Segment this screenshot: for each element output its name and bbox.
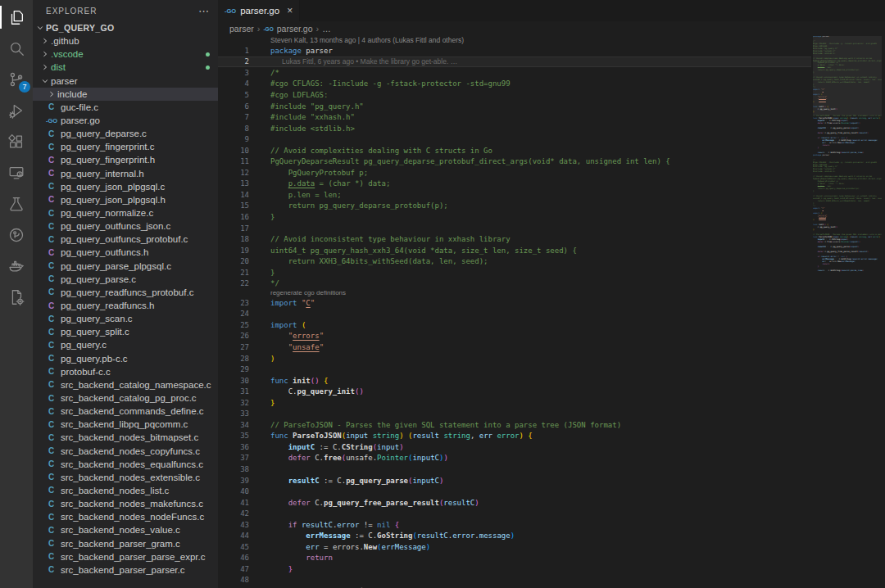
tree-item-src-backend-nodes-list-c[interactable]: Csrc_backend_nodes_list.c (33, 484, 218, 497)
tree-item-pg-query-normalize-c[interactable]: Cpg_query_normalize.c (33, 206, 218, 219)
breadcrumb-folder[interactable]: parser (229, 24, 254, 34)
tree-item-src-backend-parser-gram-c[interactable]: Csrc_backend_parser_gram.c (33, 536, 218, 550)
code-line-39[interactable]: 39 resultC := C.pg_query_parse(inputC) (218, 475, 811, 486)
tree-item-pg-query-parse-c[interactable]: Cpg_query_parse.c (33, 273, 218, 286)
code-line-1[interactable]: 1package parser (218, 45, 811, 57)
code-line-15[interactable]: 15 return pg_query_deparse_protobuf(p); (218, 201, 811, 212)
close-icon[interactable]: × (287, 5, 293, 16)
extensions-icon[interactable] (0, 126, 33, 157)
code-line-46[interactable]: 46 return (218, 553, 811, 564)
search-icon[interactable] (0, 33, 33, 64)
tree-item-pg-query-deparse-c[interactable]: Cpg_query_deparse.c (33, 127, 218, 140)
code-line-28[interactable]: 28) (218, 353, 811, 364)
code-line-18[interactable]: 18// Avoid inconsistent type behaviour i… (218, 233, 811, 245)
tree-item-src-backend-parser-parser-c[interactable]: Csrc_backend_parser_parser.c (33, 563, 218, 577)
code-line-10[interactable]: 10// Avoid complexities dealing with C s… (218, 145, 811, 156)
code-line-7[interactable]: 7#include "xxhash.h" (218, 111, 811, 123)
testing-icon[interactable] (0, 188, 33, 219)
gitlens-icon[interactable] (0, 219, 33, 251)
code-line-2[interactable]: 2Lukas Fittl, 6 years ago • Make the lib… (218, 57, 811, 68)
tree-item-src-backend-nodes-bitmapset-c[interactable]: Csrc_backend_nodes_bitmapset.c (33, 431, 218, 444)
tree-item-src-backend-nodes-makefuncs-c[interactable]: Csrc_backend_nodes_makefuncs.c (33, 497, 218, 510)
tree-item-src-backend-commands-define-c[interactable]: Csrc_backend_commands_define.c (33, 405, 218, 418)
tree-root-pg-query-go[interactable]: PG_QUERY_GO (33, 21, 218, 34)
tree-item-protobuf-c-c[interactable]: Cprotobuf-c.c (33, 365, 218, 378)
code-line-19[interactable]: 19uint64_t pg_query_hash_xxh3_64(void *d… (218, 245, 811, 256)
code-line-27[interactable]: 27 "unsafe" (218, 341, 811, 353)
code-line-47[interactable]: 47 } (218, 563, 811, 575)
tree-item-pg-query-outfuncs-h[interactable]: Cpg_query_outfuncs.h (33, 246, 218, 259)
run-debug-icon[interactable] (0, 95, 33, 126)
blame-codelens[interactable]: Steven Kalt, 13 months ago | 4 authors (… (218, 36, 811, 45)
tree-item-dist[interactable]: dist (33, 61, 218, 74)
code-line-30[interactable]: 30func init() { (218, 375, 811, 387)
code-line-26[interactable]: 26 "errors" (218, 331, 811, 342)
minimap[interactable]: package parser /*#cgo CFLAGS: -Iinclude … (813, 36, 882, 588)
code-line-40[interactable]: 40 (218, 486, 811, 497)
code-line-9[interactable]: 9 (218, 133, 811, 145)
code-line-41[interactable]: 41 defer C.pg_query_free_parse_result(re… (218, 497, 811, 509)
code-line-12[interactable]: 12 PgQueryProtobuf p; (218, 167, 811, 179)
code-line-11[interactable]: 11PgQueryDeparseResult pg_query_deparse_… (218, 156, 811, 167)
code-line-25[interactable]: 25import ( (218, 319, 811, 331)
tree-item-src-backend-parser-parse-expr-c[interactable]: Csrc_backend_parser_parse_expr.c (33, 550, 218, 563)
tree-item-src-backend-catalog-namespace-c[interactable]: Csrc_backend_catalog_namespace.c (33, 378, 218, 391)
tree-item-pg-query-json-plpgsql-c[interactable]: Cpg_query_json_plpgsql.c (33, 180, 218, 193)
code-line-4[interactable]: 4#cgo CFLAGS: -Iinclude -g -fstack-prote… (218, 79, 811, 90)
code-line-6[interactable]: 6#include "pg_query.h" (218, 101, 811, 112)
tree-item-src-backend-catalog-pg-proc-c[interactable]: Csrc_backend_catalog_pg_proc.c (33, 391, 218, 405)
code-line-45[interactable]: 45 err = errors.New(errMessage) (218, 541, 811, 553)
tree-item-pg-query-json-plpgsql-h[interactable]: Cpg_query_json_plpgsql.h (33, 193, 218, 206)
code-line-13[interactable]: 13 p.data = (char *) data; (218, 179, 811, 190)
source-control-icon[interactable]: 7 (0, 64, 33, 95)
tree-item-pg-query-scan-c[interactable]: Cpg_query_scan.c (33, 312, 218, 325)
more-actions-icon[interactable]: ⋯ (198, 5, 210, 17)
tree-item-pg-query-internal-h[interactable]: Cpg_query_internal.h (33, 167, 218, 180)
code-line-3[interactable]: 3/* (218, 67, 811, 79)
tree-item-guc-file-c[interactable]: Cguc-file.c (33, 101, 218, 114)
code-line-23[interactable]: 23import "C" (218, 297, 811, 309)
code-line-21[interactable]: 21} (218, 267, 811, 278)
code-line-43[interactable]: 43 if resultC.error != nil { (218, 519, 811, 531)
tree-item-pg-query-split-c[interactable]: Cpg_query_split.c (33, 325, 218, 338)
code-line-32[interactable]: 32} (218, 397, 811, 409)
code-line-24[interactable]: 24 (218, 309, 811, 320)
tree-item-src-backend-nodes-nodefuncs-c[interactable]: Csrc_backend_nodes_nodeFuncs.c (33, 510, 218, 523)
code-line-44[interactable]: 44 errMessage := C.GoString(resultC.erro… (218, 531, 811, 542)
code-line-36[interactable]: 36 inputC := C.CString(input) (218, 441, 811, 453)
code-line-31[interactable]: 31 C.pg_query_init() (218, 386, 811, 397)
tree-item-pg-query-parse-plpgsql-c[interactable]: Cpg_query_parse_plpgsql.c (33, 260, 218, 273)
code-line-8[interactable]: 8#include <stdlib.h> (218, 123, 811, 134)
tree-item--vscode[interactable]: .vscode (33, 47, 218, 61)
code-line-17[interactable]: 17 (218, 223, 811, 234)
codelens-link[interactable]: regenerate cgo definitions (218, 289, 811, 297)
tree-item-pg-query-pb-c-c[interactable]: Cpg_query.pb-c.c (33, 352, 218, 365)
code-line-14[interactable]: 14 p.len = len; (218, 189, 811, 201)
code-line-20[interactable]: 20 return XXH3_64bits_withSeed(data, len… (218, 256, 811, 267)
tree-item-src-backend-nodes-extensible-c[interactable]: Csrc_backend_nodes_extensible.c (33, 471, 218, 484)
code-editor[interactable]: Steven Kalt, 13 months ago | 4 authors (… (218, 36, 811, 588)
tree-item-src-backend-nodes-copyfuncs-c[interactable]: Csrc_backend_nodes_copyfuncs.c (33, 445, 218, 458)
tab-parser-go[interactable]: ‑GO parser.go × (218, 0, 300, 21)
tree-item-pg-query-fingerprint-h[interactable]: Cpg_query_fingerprint.h (33, 153, 218, 166)
tree-item-src-backend-nodes-value-c[interactable]: Csrc_backend_nodes_value.c (33, 523, 218, 536)
breadcrumb-file[interactable]: parser.go (277, 24, 313, 34)
tree-item-pg-query-fingerprint-c[interactable]: Cpg_query_fingerprint.c (33, 140, 218, 153)
tree-item-pg-query-outfuncs-json-c[interactable]: Cpg_query_outfuncs_json.c (33, 219, 218, 233)
code-line-48[interactable]: 48 (218, 575, 811, 586)
tree-item-src-backend-nodes-equalfuncs-c[interactable]: Csrc_backend_nodes_equalfuncs.c (33, 458, 218, 471)
tree-item-parser[interactable]: parser (33, 75, 218, 88)
explorer-icon[interactable] (0, 2, 33, 33)
code-line-5[interactable]: 5#cgo LDFLAGS: (218, 89, 811, 101)
tree-item-pg-query-outfuncs-protobuf-c[interactable]: Cpg_query_outfuncs_protobuf.c (33, 233, 218, 246)
tree-item-pg-query-readfuncs-protobuf-c[interactable]: Cpg_query_readfuncs_protobuf.c (33, 286, 218, 299)
file-gear-icon[interactable] (0, 282, 33, 313)
tree-item-pg-query-c[interactable]: Cpg_query.c (33, 338, 218, 351)
tree-item-include[interactable]: include (33, 88, 218, 101)
code-line-42[interactable]: 42 (218, 508, 811, 519)
breadcrumb-symbol[interactable]: … (322, 24, 331, 34)
remote-explorer-icon[interactable] (0, 157, 33, 188)
tree-item-pg-query-readfuncs-h[interactable]: Cpg_query_readfuncs.h (33, 299, 218, 312)
tree-item--github[interactable]: .github (33, 34, 218, 47)
code-line-34[interactable]: 34// ParseToJSON - Parses the given SQL … (218, 419, 811, 431)
